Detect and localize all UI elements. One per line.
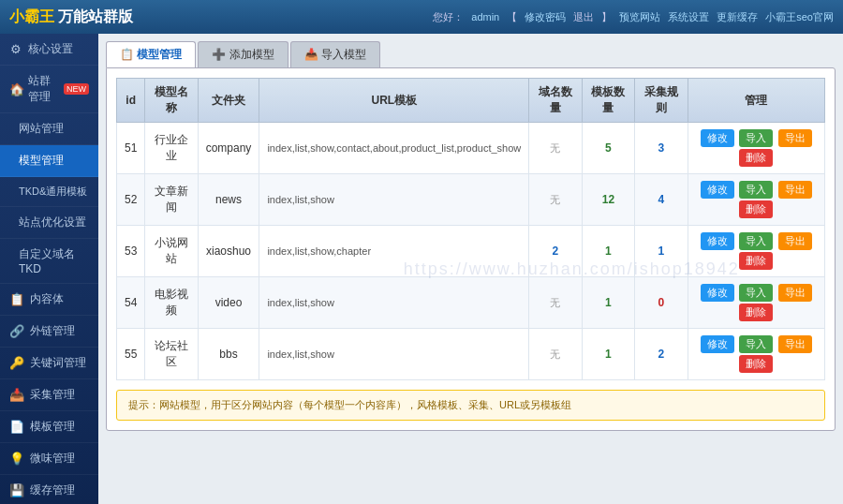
sidebar-item-tkd[interactable]: TKD&通用模板: [0, 177, 98, 207]
cell-folder: bbs: [198, 329, 259, 380]
sidebar-label: 模型管理: [19, 153, 64, 169]
key-icon: 🔑: [9, 356, 24, 370]
sidebar-item-site-management[interactable]: 🏠 站群管理 NEW: [0, 66, 98, 113]
tab-model-management[interactable]: 📋 模型管理: [106, 41, 196, 67]
sidebar-label: 微味管理: [30, 451, 75, 467]
tab-add-model[interactable]: ➕ 添加模型: [198, 41, 288, 67]
table-container: id 模型名称 文件夹 URL模板 域名数量 模板数量 采集规则 管理 51 行…: [106, 67, 836, 431]
edit-password-link[interactable]: 修改密码: [525, 10, 566, 24]
cell-name: 电影视频: [145, 277, 198, 329]
sidebar-item-custom-domain[interactable]: 自定义域名TKD: [0, 239, 98, 284]
warning-box: 提示：网站模型，用于区分网站内容（每个模型一个内容库），风格模板、采集、URL或…: [116, 390, 825, 421]
sidebar-label: 外链管理: [30, 323, 75, 339]
topbar: 小霸王万能站群版 您好： admin 【 修改密码 退出 】 预览网站 系统设置…: [0, 0, 843, 34]
sidebar-label: 缓存管理: [30, 482, 75, 498]
logo: 小霸王万能站群版: [9, 7, 133, 27]
cell-id: 53: [117, 226, 145, 277]
cell-folder: news: [198, 174, 259, 226]
download-icon: 📥: [9, 388, 24, 402]
cell-url: index,list,show,contact,about,product_li…: [259, 123, 529, 174]
sidebar-item-flavor[interactable]: 💡 微味管理: [0, 443, 98, 475]
domain-count: 无: [550, 348, 560, 360]
col-manage: 管理: [688, 79, 824, 123]
cell-templates: 12: [582, 174, 635, 226]
cell-url: index,list,show,chapter: [259, 226, 529, 277]
delete-button[interactable]: 删除: [739, 200, 773, 218]
sidebar-item-model-management[interactable]: 模型管理: [0, 145, 98, 177]
import-button[interactable]: 导入: [739, 335, 773, 353]
cell-url: index,list,show: [259, 277, 529, 329]
import-button[interactable]: 导入: [739, 181, 773, 199]
sidebar-item-keywords[interactable]: 🔑 关键词管理: [0, 348, 98, 379]
sidebar-item-cache[interactable]: 💾 缓存管理: [0, 475, 98, 504]
sidebar-item-site-optimization[interactable]: 站点优化设置: [0, 207, 98, 239]
username-link[interactable]: admin: [471, 11, 499, 22]
sidebar-item-core-settings[interactable]: ⚙ 核心设置: [0, 34, 98, 66]
import-button[interactable]: 导入: [739, 284, 773, 302]
cell-folder: company: [198, 123, 259, 174]
cell-domains: 无: [529, 174, 582, 226]
cell-templates: 5: [582, 123, 635, 174]
table-row: 53 小说网站 xiaoshuo index,list,show,chapter…: [117, 226, 825, 277]
cell-domains: 无: [529, 277, 582, 329]
delete-button[interactable]: 删除: [739, 355, 773, 373]
col-name: 模型名称: [145, 79, 198, 123]
cache-icon: 💾: [9, 483, 24, 497]
user-greeting: 您好：: [433, 10, 464, 24]
export-button[interactable]: 导出: [778, 129, 812, 147]
edit-button[interactable]: 修改: [701, 335, 734, 353]
delete-button[interactable]: 删除: [739, 304, 773, 321]
sidebar-label: 内容体: [30, 291, 64, 307]
sidebar-item-content[interactable]: 📋 内容体: [0, 284, 98, 316]
import-button[interactable]: 导入: [739, 129, 773, 147]
export-button[interactable]: 导出: [778, 181, 812, 199]
cell-name: 论坛社区: [145, 329, 198, 380]
edit-button[interactable]: 修改: [701, 181, 734, 199]
edit-button[interactable]: 修改: [701, 232, 734, 250]
edit-button[interactable]: 修改: [701, 284, 734, 302]
cell-actions: 修改 导入 导出 删除: [688, 123, 824, 174]
domain-count: 无: [550, 142, 560, 154]
cell-templates: 1: [582, 226, 635, 277]
cell-actions: 修改 导入 导出 删除: [688, 226, 824, 277]
warning-text: 提示：网站模型，用于区分网站内容（每个模型一个内容库），风格模板、采集、URL或…: [128, 399, 571, 410]
flavor-icon: 💡: [9, 452, 24, 466]
preview-site-link[interactable]: 预览网站: [619, 10, 660, 24]
cell-id: 55: [117, 329, 145, 380]
sidebar-item-external-links[interactable]: 🔗 外链管理: [0, 316, 98, 348]
sidebar-item-collection[interactable]: 📥 采集管理: [0, 379, 98, 411]
delete-button[interactable]: 删除: [739, 252, 773, 270]
cell-url: index,list,show: [259, 174, 529, 226]
link-icon: 🔗: [9, 324, 24, 338]
cell-templates: 1: [582, 329, 635, 380]
official-site-link[interactable]: 小霸王seo官网: [765, 10, 834, 24]
edit-button[interactable]: 修改: [701, 129, 734, 147]
export-button[interactable]: 导出: [778, 232, 812, 250]
tab-bar: 📋 模型管理 ➕ 添加模型 📥 导入模型: [106, 41, 836, 67]
tab-import-model[interactable]: 📥 导入模型: [290, 41, 380, 67]
system-settings-link[interactable]: 系统设置: [668, 10, 709, 24]
cell-domains: 无: [529, 123, 582, 174]
import-button[interactable]: 导入: [739, 232, 773, 250]
template-icon: 📄: [9, 420, 24, 434]
sidebar-label: 站点优化设置: [19, 215, 86, 230]
refresh-cache-link[interactable]: 更新缓存: [717, 10, 758, 24]
export-button[interactable]: 导出: [778, 284, 812, 302]
sidebar-item-template-management[interactable]: 📄 模板管理: [0, 411, 98, 443]
col-templates: 模板数量: [582, 79, 635, 123]
sidebar-item-website-management[interactable]: 网站管理: [0, 113, 98, 145]
home-icon: 🏠: [9, 82, 22, 96]
col-id: id: [117, 79, 145, 123]
tab-icon: ➕: [212, 48, 229, 61]
export-button[interactable]: 导出: [778, 335, 812, 353]
tab-icon: 📋: [120, 48, 137, 61]
cell-rules: 4: [635, 174, 688, 226]
col-rules: 采集规则: [635, 79, 688, 123]
col-folder: 文件夹: [198, 79, 259, 123]
cell-actions: 修改 导入 导出 删除: [688, 329, 824, 380]
domain-count: 无: [550, 297, 560, 308]
cell-name: 文章新闻: [145, 174, 198, 226]
sidebar: ⚙ 核心设置 🏠 站群管理 NEW 网站管理 模型管理 TKD&通用模板 站点优…: [0, 34, 98, 504]
delete-button[interactable]: 删除: [739, 149, 773, 167]
gear-icon: ⚙: [9, 42, 22, 56]
